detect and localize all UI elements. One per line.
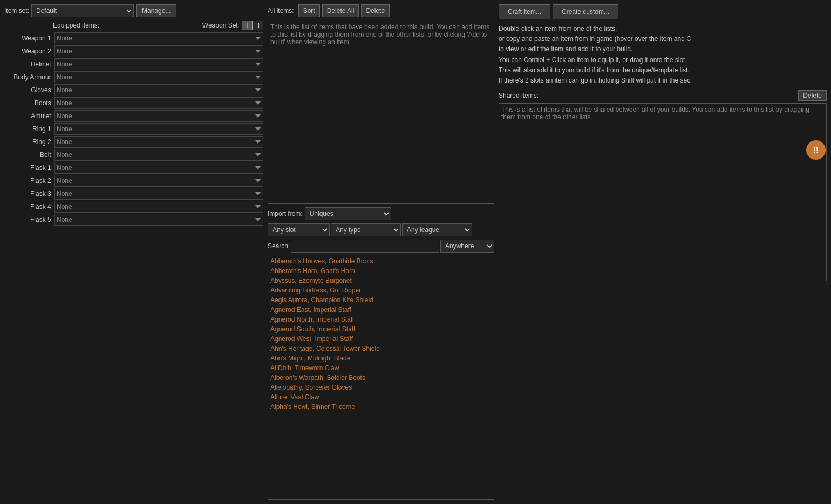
equipped-label: Equipped items: (10, 22, 99, 29)
import-row: Import from: Uniques Templates (268, 207, 494, 220)
slot-row-ring1: Ring 1: None (4, 123, 263, 135)
slot-select-boots[interactable]: None (54, 97, 263, 109)
filter-league-select[interactable]: Any league (402, 223, 472, 236)
slot-row-gloves: Gloves: None (4, 84, 263, 96)
list-item[interactable]: Agnerod North, Imperial Staff (268, 315, 494, 324)
slot-select-flask2[interactable]: None (54, 175, 263, 187)
shared-delete-button[interactable]: Delete (798, 90, 827, 101)
right-panel: Craft item... Create custom... Double-cl… (499, 4, 827, 500)
item-set-label: Item set: (4, 7, 29, 15)
list-item[interactable]: Abyssus, Ezomyte Burgonet (268, 276, 494, 285)
slot-select-ring1[interactable]: None (54, 123, 263, 135)
weapon-set-2-button[interactable]: II (253, 21, 263, 30)
list-item[interactable]: Alpha's Howl, Sinner Tricorne (268, 402, 494, 412)
slot-label-flask2: Flask 2: (4, 177, 53, 185)
slot-select-body[interactable]: None (54, 71, 263, 83)
shared-items-list: This is a list of items that will be sha… (499, 103, 827, 281)
help-line2: or copy and paste an item from in game (… (499, 34, 827, 44)
list-item[interactable]: Allelopathy, Sorcerer Gloves (268, 383, 494, 392)
craft-row: Craft item... Create custom... (499, 4, 827, 19)
slot-row-ring2: Ring 2: None (4, 136, 263, 148)
all-items-list: This is the list of items that have been… (268, 21, 494, 204)
middle-panel: All items: Sort Delete All Delete This i… (268, 4, 494, 500)
help-line5: This will also add it to your build if i… (499, 65, 827, 76)
all-items-header: All items: Sort Delete All Delete (268, 4, 494, 17)
list-item[interactable]: Agnerod East, Imperial Staff (268, 305, 494, 315)
slot-select-weapon2[interactable]: None (54, 45, 263, 57)
all-items-description: This is the list of items that have been… (270, 23, 489, 46)
create-custom-button[interactable]: Create custom... (553, 4, 618, 19)
shared-items-section: Shared items: Delete This is a list of i… (499, 90, 827, 281)
slot-select-ring2[interactable]: None (54, 136, 263, 148)
item-set-select[interactable]: Default (31, 4, 134, 17)
slot-label-ring1: Ring 1: (4, 125, 53, 133)
slot-row-flask3: Flask 3: None (4, 188, 263, 200)
list-item[interactable]: Agnerod West, Imperial Staff (268, 334, 494, 344)
slot-label-amulet: Amulet: (4, 112, 53, 120)
slot-row-flask2: Flask 2: None (4, 175, 263, 187)
slot-row-boots: Boots: None (4, 97, 263, 109)
list-item[interactable]: Agnerod South, Imperial Staff (268, 324, 494, 334)
slot-select-flask1[interactable]: None (54, 162, 263, 174)
list-item[interactable]: Advancing Fortress, Gut Ripper (268, 285, 494, 295)
all-items-label: All items: (268, 7, 294, 15)
import-label: Import from: (268, 210, 303, 217)
list-item[interactable]: Aegis Aurora, Champion Kite Shield (268, 295, 494, 305)
notification-bubble[interactable]: !! (806, 140, 826, 160)
left-panel: Item set: Default Manage... Equipped ite… (4, 4, 263, 500)
slot-label-ring2: Ring 2: (4, 138, 53, 146)
slot-row-belt: Belt: None (4, 149, 263, 161)
filter-row: Any slot Any type Any league (268, 223, 494, 236)
slot-label-boots: Boots: (4, 99, 53, 107)
slot-label-flask3: Flask 3: (4, 190, 53, 197)
help-line4: You can Control + Click an item to equip… (499, 55, 827, 65)
slot-row-amulet: Amulet: None (4, 110, 263, 122)
slot-select-flask4[interactable]: None (54, 201, 263, 213)
slot-row-flask4: Flask 4: None (4, 201, 263, 213)
slot-label-weapon1: Weapon 1: (4, 35, 53, 42)
slot-label-belt: Belt: (4, 151, 53, 159)
import-select[interactable]: Uniques Templates (305, 207, 391, 220)
manage-button[interactable]: Manage... (136, 4, 176, 17)
slot-label-flask4: Flask 4: (4, 203, 53, 210)
slot-row-helmet: Helmet: None (4, 58, 263, 70)
list-item[interactable]: Ahn's Might, Midnight Blade (268, 353, 494, 363)
slot-label-gloves: Gloves: (4, 86, 53, 94)
filter-type-select[interactable]: Any type (331, 223, 401, 236)
craft-item-button[interactable]: Craft item... (499, 4, 550, 19)
slot-row-weapon1: Weapon 1: None (4, 32, 263, 44)
search-row: Search: Anywhere Name Type (268, 240, 494, 253)
slot-label-body: Body Armour: (4, 73, 53, 81)
items-list[interactable]: Abberath's Hooves, Goathide BootsAbberat… (268, 256, 494, 500)
slot-select-weapon1[interactable]: None (54, 32, 263, 44)
search-label: Search: (268, 242, 290, 250)
filter-slot-select[interactable]: Any slot (268, 223, 330, 236)
weapon-set-1-button[interactable]: I (242, 21, 253, 30)
slot-row-weapon2: Weapon 2: None (4, 45, 263, 57)
shared-header: Shared items: Delete (499, 90, 827, 101)
slot-select-amulet[interactable]: None (54, 110, 263, 122)
slot-row-flask1: Flask 1: None (4, 162, 263, 174)
list-item[interactable]: Abberath's Hooves, Goathide Boots (268, 256, 494, 266)
slot-row-body: Body Armour: None (4, 71, 263, 83)
list-item[interactable]: Al Dhih, Timeworn Claw (268, 363, 494, 373)
shared-items-label: Shared items: (499, 92, 798, 99)
slot-select-helmet[interactable]: None (54, 58, 263, 70)
search-input[interactable] (291, 240, 439, 253)
list-item[interactable]: Allure, Vaal Claw (268, 392, 494, 402)
slot-select-flask5[interactable]: None (54, 214, 263, 226)
slot-label-helmet: Helmet: (4, 60, 53, 68)
delete-all-button[interactable]: Delete All (322, 4, 359, 17)
slot-label-flask5: Flask 5: (4, 216, 53, 223)
slot-select-flask3[interactable]: None (54, 188, 263, 200)
slot-select-gloves[interactable]: None (54, 84, 263, 96)
slot-row-flask5: Flask 5: None (4, 214, 263, 226)
anywhere-select[interactable]: Anywhere Name Type (440, 240, 494, 253)
list-item[interactable]: Ahn's Heritage, Colossal Tower Shield (268, 344, 494, 353)
help-line6: If there's 2 slots an item can go in, ho… (499, 76, 827, 86)
slot-select-belt[interactable]: None (54, 149, 263, 161)
delete-button[interactable]: Delete (361, 4, 390, 17)
sort-button[interactable]: Sort (298, 4, 320, 17)
list-item[interactable]: Abberath's Horn, Goat's Horn (268, 266, 494, 276)
list-item[interactable]: Alberon's Warpath, Soldier Boots (268, 373, 494, 383)
